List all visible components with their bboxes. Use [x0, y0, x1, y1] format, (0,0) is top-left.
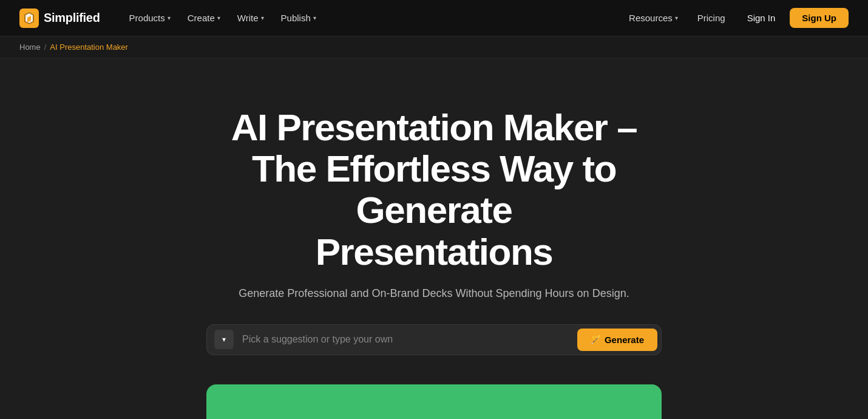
logo-text: Simplified — [44, 11, 100, 25]
logo-icon — [19, 9, 39, 28]
nav-products[interactable]: Products ▾ — [122, 8, 178, 28]
nav-write[interactable]: Write ▾ — [230, 8, 271, 28]
nav-links-left: Products ▾ Create ▾ Write ▾ Publish ▾ — [122, 8, 622, 28]
nav-pricing[interactable]: Pricing — [690, 8, 733, 28]
generate-button[interactable]: 🪄 Generate — [577, 329, 657, 351]
publish-chevron-icon: ▾ — [313, 15, 316, 21]
nav-links-right: Resources ▾ Pricing Sign In Sign Up — [622, 8, 849, 28]
nav-publish[interactable]: Publish ▾ — [274, 8, 324, 28]
resources-chevron-icon: ▾ — [675, 15, 678, 21]
sign-in-button[interactable]: Sign In — [737, 8, 785, 28]
chevron-down-icon: ▾ — [222, 335, 226, 344]
create-chevron-icon: ▾ — [217, 15, 220, 21]
hero-title: AI Presentation Maker – The Effortless W… — [191, 107, 677, 273]
nav-create[interactable]: Create ▾ — [180, 8, 228, 28]
breadcrumb-home-link[interactable]: Home — [19, 43, 41, 52]
prompt-input-container: ▾ 🪄 Generate — [206, 324, 662, 355]
preview-area — [206, 384, 662, 419]
dropdown-toggle-button[interactable]: ▾ — [214, 330, 234, 349]
breadcrumb: Home / AI Presentation Maker — [0, 36, 868, 58]
logo-link[interactable]: Simplified — [19, 9, 100, 28]
breadcrumb-current: AI Presentation Maker — [50, 43, 128, 52]
sign-up-button[interactable]: Sign Up — [790, 8, 849, 28]
navbar: Simplified Products ▾ Create ▾ Write ▾ P… — [0, 0, 868, 36]
write-chevron-icon: ▾ — [261, 15, 264, 21]
nav-resources[interactable]: Resources ▾ — [622, 8, 685, 28]
generate-icon: 🪄 — [591, 335, 601, 344]
products-chevron-icon: ▾ — [168, 15, 171, 21]
hero-section: AI Presentation Maker – The Effortless W… — [0, 58, 868, 419]
breadcrumb-separator: / — [44, 43, 47, 52]
prompt-input[interactable] — [240, 329, 577, 350]
hero-subtitle: Generate Professional and On-Brand Decks… — [222, 287, 646, 300]
